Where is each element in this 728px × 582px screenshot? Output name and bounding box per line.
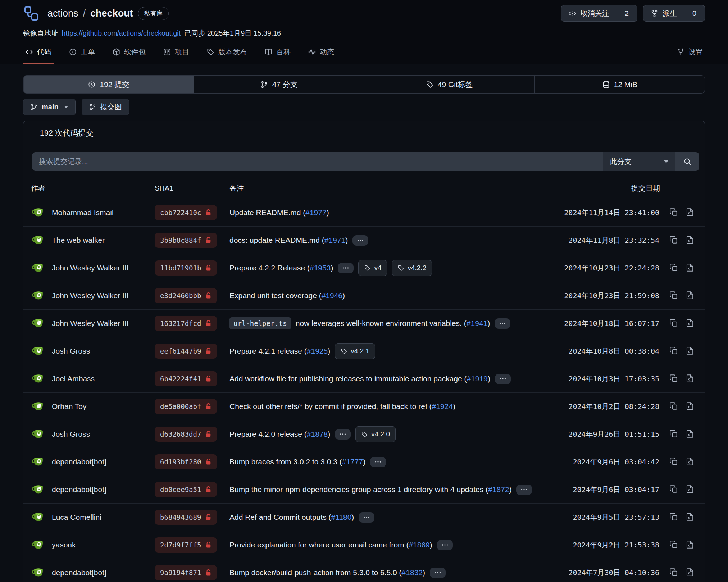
commit-sha-link[interactable]: db0cee9a51	[155, 482, 217, 497]
tab-settings[interactable]: 设置	[674, 44, 705, 64]
stat-git-tags[interactable]: 49 Git标签	[364, 76, 534, 93]
copy-sha-button[interactable]	[669, 429, 678, 440]
issue-link[interactable]: #1919	[467, 374, 488, 383]
browse-source-button[interactable]	[685, 485, 695, 495]
copy-sha-button[interactable]	[669, 208, 678, 218]
repo-name-link[interactable]: checkout	[90, 8, 133, 19]
tag-badge[interactable]: v4.2.0	[355, 426, 396, 442]
branch-filter-dropdown[interactable]: 此分支	[603, 152, 675, 171]
expand-commit-button[interactable]	[430, 568, 446, 578]
issue-link[interactable]: #1941	[467, 319, 487, 327]
commit-author-name[interactable]: dependabot[bot]	[52, 568, 106, 577]
avatar[interactable]	[31, 205, 46, 220]
commit-sha-link[interactable]: 11bd71901b	[155, 260, 217, 276]
avatar[interactable]	[31, 344, 46, 359]
browse-source-button[interactable]	[685, 235, 695, 246]
copy-sha-button[interactable]	[669, 457, 678, 467]
copy-sha-button[interactable]	[669, 374, 678, 384]
commit-message-link[interactable]: Prepare 4.2.0 release (#1878)	[229, 430, 330, 438]
commit-message-link[interactable]: docs: update README.md (#1971)	[229, 236, 348, 245]
browse-source-button[interactable]	[685, 568, 695, 578]
stat-branches[interactable]: 47 分支	[194, 76, 364, 93]
commit-message-link[interactable]: Add workflow file for publishing release…	[229, 374, 490, 383]
commit-author-name[interactable]: The web walker	[52, 236, 105, 245]
commit-author-name[interactable]: dependabot[bot]	[52, 485, 106, 494]
tab-packages[interactable]: 软件包	[110, 44, 148, 64]
avatar[interactable]	[31, 399, 46, 414]
browse-source-button[interactable]	[685, 374, 695, 384]
commit-graph-button[interactable]: 提交图	[82, 99, 129, 115]
issue-link[interactable]: #1878	[307, 430, 328, 438]
commit-sha-link[interactable]: 9a9194f871	[155, 565, 217, 580]
avatar[interactable]	[31, 427, 46, 442]
copy-sha-button[interactable]	[669, 235, 678, 246]
commit-message-link[interactable]: Bump braces from 3.0.2 to 3.0.3 (#1777)	[229, 458, 365, 466]
tag-badge[interactable]: v4.2.2	[392, 260, 432, 276]
expand-commit-button[interactable]	[359, 512, 374, 523]
issue-link[interactable]: #1869	[409, 541, 429, 549]
commit-author-name[interactable]: John Wesley Walker III	[52, 291, 129, 300]
commit-message-link[interactable]: Expand unit test coverage (#1946)	[229, 291, 345, 300]
copy-sha-button[interactable]	[669, 263, 678, 273]
commit-sha-link[interactable]: de5a000abf	[155, 399, 217, 414]
issue-link[interactable]: #1832	[402, 568, 423, 577]
commit-sha-link[interactable]: 2d7d9f7ff5	[155, 537, 217, 553]
browse-source-button[interactable]	[685, 429, 695, 440]
avatar[interactable]	[31, 288, 46, 303]
issue-link[interactable]: #1180	[331, 513, 351, 521]
avatar[interactable]	[31, 233, 46, 248]
avatar[interactable]	[31, 455, 46, 469]
commit-author-name[interactable]: John Wesley Walker III	[52, 264, 129, 272]
browse-source-button[interactable]	[685, 346, 695, 356]
copy-sha-button[interactable]	[669, 291, 678, 301]
commit-author-name[interactable]: John Wesley Walker III	[52, 319, 129, 328]
commit-author-name[interactable]: Josh Gross	[52, 347, 90, 355]
tab-issues[interactable]: 工单	[67, 44, 97, 64]
issue-link[interactable]: #1777	[342, 458, 363, 466]
avatar[interactable]	[31, 510, 46, 525]
tab-activity[interactable]: 动态	[306, 44, 336, 64]
commit-sha-link[interactable]: d632683dd7	[155, 427, 217, 442]
mirror-url-link[interactable]: https://github.com/actions/checkout.git	[62, 29, 181, 37]
avatar[interactable]	[31, 261, 46, 276]
commit-message-link[interactable]: Prepare 4.2.2 Release (#1953)	[229, 264, 333, 272]
commit-author-name[interactable]: Josh Gross	[52, 430, 90, 438]
commit-sha-link[interactable]: 6d193bf280	[155, 454, 217, 469]
commit-author-name[interactable]: Mohammad Ismail	[52, 208, 114, 217]
browse-source-button[interactable]	[685, 401, 695, 412]
avatar[interactable]	[31, 316, 46, 331]
copy-sha-button[interactable]	[669, 568, 678, 578]
browse-source-button[interactable]	[685, 540, 695, 550]
commit-message-link[interactable]: Check out other refs/* by commit if prov…	[229, 402, 455, 411]
expand-commit-button[interactable]	[352, 235, 368, 246]
tab-projects[interactable]: 项目	[161, 44, 191, 64]
commit-author-name[interactable]: Orhan Toy	[52, 402, 87, 411]
avatar[interactable]	[31, 538, 46, 553]
commit-message-link[interactable]: Add Ref and Commit outputs (#1180)	[229, 513, 354, 522]
copy-sha-button[interactable]	[669, 485, 678, 495]
copy-sha-button[interactable]	[669, 540, 678, 550]
expand-commit-button[interactable]	[495, 318, 510, 329]
issue-link[interactable]: #1977	[305, 208, 326, 217]
repo-owner-link[interactable]: actions	[47, 8, 78, 19]
avatar[interactable]	[31, 372, 46, 386]
commit-message-link[interactable]: Bump the minor-npm-dependencies group ac…	[229, 485, 511, 494]
commit-message-link[interactable]: Bump docker/build-push-action from 5.3.0…	[229, 568, 425, 577]
commit-message-link[interactable]: now leverages well-known environment var…	[296, 319, 490, 328]
commit-author-name[interactable]: dependabot[bot]	[52, 458, 106, 466]
tag-badge[interactable]: v4	[358, 260, 387, 276]
browse-source-button[interactable]	[685, 318, 695, 329]
branch-selector[interactable]: main	[23, 99, 76, 115]
commit-sha-link[interactable]: 6b42224f41	[155, 371, 217, 386]
fork-count[interactable]: 0	[684, 5, 705, 21]
expand-commit-button[interactable]	[437, 540, 453, 550]
commit-sha-link[interactable]: 163217dfcd	[155, 316, 217, 331]
tab-wiki[interactable]: 百科	[262, 44, 293, 64]
tab-releases[interactable]: 版本发布	[204, 44, 249, 64]
commit-message-link[interactable]: Prepare 4.2.1 release (#1925)	[229, 347, 330, 355]
avatar[interactable]	[31, 482, 46, 497]
issue-link[interactable]: #1946	[322, 291, 342, 300]
expand-commit-button[interactable]	[516, 485, 532, 495]
browse-source-button[interactable]	[685, 291, 695, 301]
commit-message-link[interactable]: Update README.md (#1977)	[229, 208, 329, 217]
